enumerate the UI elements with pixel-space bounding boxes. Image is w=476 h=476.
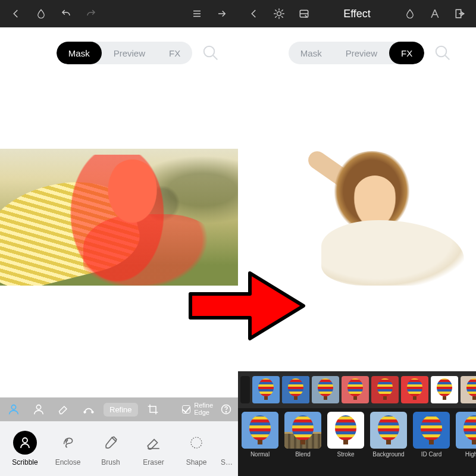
svg-line-23	[275, 16, 277, 17]
cutout-subject	[286, 155, 464, 280]
svg-point-16	[277, 12, 281, 16]
seg-mask[interactable]: Mask	[289, 42, 334, 64]
shape-icon	[184, 431, 208, 455]
fx-variant-thumb[interactable]	[431, 376, 458, 403]
forward-icon[interactable]	[209, 0, 234, 27]
fx-preset-idcard[interactable]: ID Card	[412, 412, 451, 458]
fx-preset-stroke[interactable]: Stroke	[326, 412, 365, 458]
fx-preset-label: Normal	[250, 451, 270, 458]
fx-variant-thumb[interactable]	[282, 376, 309, 403]
adjust-sliders-icon[interactable]	[240, 376, 250, 403]
path-icon[interactable]	[79, 399, 99, 419]
menu-icon[interactable]	[184, 0, 209, 27]
auto-person-icon[interactable]	[4, 399, 24, 419]
fx-variant-thumb[interactable]	[312, 376, 339, 403]
fx-preset-background[interactable]: Background	[369, 412, 408, 458]
mini-toolbar: Refine Refine Edge	[0, 397, 238, 421]
fx-preset-label: Highlig	[465, 451, 476, 458]
brush-icon	[99, 431, 123, 455]
undo-icon[interactable]	[54, 0, 79, 27]
compare-icon[interactable]	[292, 0, 317, 27]
fx-preset-normal[interactable]: Normal	[240, 412, 280, 458]
seg-preview[interactable]: Preview	[334, 42, 389, 64]
svg-line-5	[213, 55, 218, 60]
right-segment-row: Mask Preview FX	[238, 27, 476, 70]
text-icon[interactable]	[422, 0, 447, 27]
seg-fx[interactable]: FX	[389, 42, 424, 64]
left-panel: Mask Preview FX Refine Re	[0, 0, 238, 476]
mask-overlay-head	[104, 159, 161, 228]
svg-point-28	[436, 46, 447, 57]
mode-segment: Mask Preview FX	[57, 42, 192, 64]
tool-more[interactable]: S…	[218, 431, 236, 466]
back-icon[interactable]	[242, 0, 267, 27]
checkbox-icon	[182, 405, 190, 414]
fx-variant-thumb[interactable]	[342, 376, 369, 403]
eraser-mini-icon[interactable]	[54, 399, 74, 419]
page-title: Effect	[340, 8, 374, 20]
fx-variant-thumb[interactable]	[371, 376, 399, 403]
tool-eraser[interactable]: Eraser	[132, 431, 175, 466]
fx-preset-highlight[interactable]: Highlig	[455, 412, 476, 458]
refine-button[interactable]: Refine	[104, 403, 138, 416]
fx-variant-thumb[interactable]	[461, 376, 476, 403]
tool-label: Scribble	[12, 458, 37, 466]
fx-preset-blend[interactable]: Blend	[283, 412, 322, 458]
left-segment-row: Mask Preview FX	[0, 27, 238, 70]
refine-edge-label: Refine Edge	[194, 402, 213, 416]
fx-preset-label: Stroke	[337, 451, 355, 458]
red-arrow-icon	[184, 264, 309, 347]
svg-line-22	[281, 16, 283, 17]
svg-point-4	[204, 46, 215, 57]
search-icon[interactable]	[433, 43, 453, 63]
fx-variant-thumb[interactable]	[401, 376, 428, 403]
tool-brush[interactable]: Brush	[89, 431, 132, 466]
back-icon[interactable]	[4, 0, 29, 27]
tool-label: S…	[221, 458, 233, 466]
svg-point-15	[191, 437, 202, 448]
tool-label: Shape	[186, 458, 207, 466]
crop-icon[interactable]	[143, 399, 163, 419]
effects-presets-row: NormalBlendStrokeBackgroundID CardHighli…	[238, 408, 476, 476]
svg-point-12	[23, 438, 27, 443]
help-icon[interactable]	[218, 399, 234, 419]
svg-line-29	[445, 55, 450, 60]
more-icon	[220, 431, 234, 455]
eraser-icon	[142, 431, 165, 455]
refine-edge-toggle[interactable]: Refine Edge	[182, 402, 213, 416]
mode-segment: Mask Preview FX	[289, 42, 424, 64]
tool-shape[interactable]: Shape	[175, 431, 218, 466]
tool-label: Eraser	[143, 458, 164, 466]
svg-line-24	[281, 10, 283, 11]
lasso-icon[interactable]	[29, 399, 49, 419]
enclose-icon	[56, 431, 80, 455]
fx-variant-thumb[interactable]	[252, 376, 280, 403]
tool-enclose[interactable]: Enclose	[46, 431, 89, 466]
svg-point-11	[226, 412, 226, 412]
opacity-icon[interactable]	[29, 0, 54, 27]
tool-scribble[interactable]: Scribble	[4, 431, 46, 466]
right-topbar: Effect	[238, 0, 476, 27]
export-icon[interactable]	[447, 0, 472, 27]
fx-preset-label: Blend	[295, 451, 311, 458]
effects-variants-row	[238, 371, 476, 408]
seg-mask[interactable]: Mask	[57, 42, 102, 64]
right-panel: Effect Mask Preview FX	[238, 0, 476, 476]
redo-icon[interactable]	[79, 0, 104, 27]
fx-preset-label: ID Card	[421, 451, 441, 458]
svg-line-21	[275, 10, 277, 11]
tool-label: Brush	[101, 458, 120, 466]
seg-preview[interactable]: Preview	[102, 42, 157, 64]
tool-dock: Scribble Enclose Brush Eraser Shape	[0, 421, 238, 476]
scribble-icon	[13, 431, 37, 455]
search-icon[interactable]	[201, 43, 221, 63]
svg-point-6	[11, 405, 15, 409]
seg-fx[interactable]: FX	[157, 42, 192, 64]
left-topbar	[0, 0, 238, 27]
tool-label: Enclose	[55, 458, 81, 466]
svg-point-7	[36, 405, 40, 409]
brightness-icon[interactable]	[267, 0, 292, 27]
effects-panel: NormalBlendStrokeBackgroundID CardHighli…	[238, 371, 476, 476]
opacity-icon[interactable]	[397, 0, 422, 27]
fx-preset-label: Background	[372, 451, 404, 458]
